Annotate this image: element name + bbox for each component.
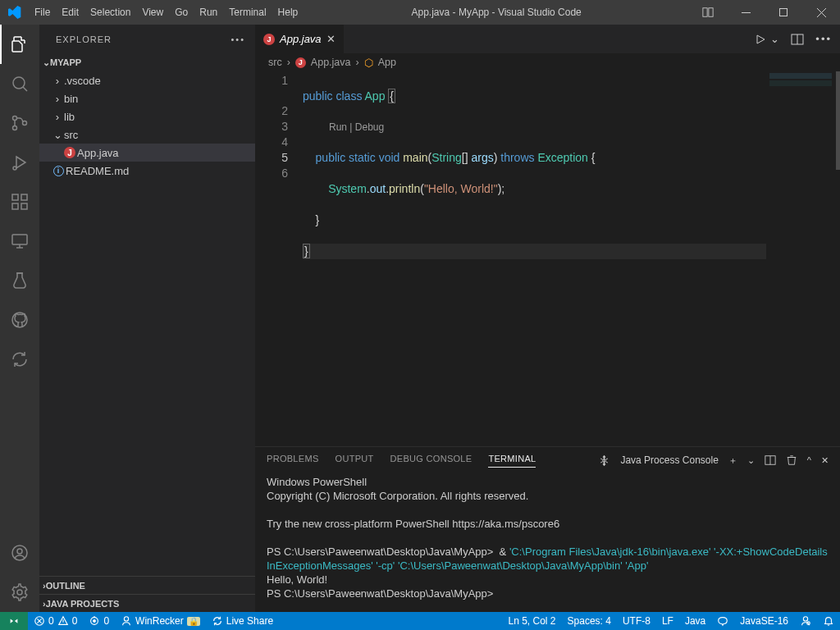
menu-file[interactable]: File	[29, 7, 56, 18]
svg-line-33	[606, 459, 609, 459]
editor-more-icon[interactable]: •••	[815, 33, 832, 45]
java-file-icon: J	[295, 57, 306, 68]
liveshare-view-icon[interactable]	[0, 340, 39, 379]
tree-file-app-java[interactable]: JApp.java	[39, 144, 255, 162]
menu-edit[interactable]: Edit	[56, 7, 84, 18]
svg-point-48	[803, 617, 807, 621]
status-liveshare[interactable]: Live Share	[206, 612, 279, 630]
line-gutter: 1 2 3 4 5 6	[255, 71, 303, 446]
chevron-down-icon: ⌄	[51, 129, 64, 141]
testing-view-icon[interactable]	[0, 261, 39, 300]
search-view-icon[interactable]	[0, 64, 39, 103]
svg-point-12	[13, 167, 16, 170]
window-controls	[689, 0, 840, 25]
status-jdk[interactable]: JavaSE-16	[734, 612, 794, 630]
menu-terminal[interactable]: Terminal	[223, 7, 272, 18]
minimap[interactable]	[766, 71, 840, 446]
menu-selection[interactable]: Selection	[84, 7, 136, 18]
menu-run[interactable]: Run	[194, 7, 223, 18]
tab-debug-console[interactable]: DEBUG CONSOLE	[390, 454, 472, 467]
activity-bar	[0, 25, 39, 612]
code-content[interactable]: public class App { Run | Debug public st…	[303, 71, 840, 446]
remote-indicator[interactable]	[0, 612, 28, 630]
outline-section[interactable]: ›OUTLINE	[39, 576, 255, 594]
editor-actions: ⌄ •••	[754, 25, 840, 53]
status-user[interactable]: WinRecker 🔒	[115, 612, 206, 630]
java-projects-section[interactable]: ›JAVA PROJECTS	[39, 594, 255, 612]
minimap-scroll[interactable]	[836, 71, 840, 170]
menu-help[interactable]: Help	[272, 7, 304, 18]
status-eol[interactable]: LF	[656, 612, 679, 630]
svg-point-47	[124, 617, 128, 621]
github-view-icon[interactable]	[0, 300, 39, 340]
tree-label: .vscode	[64, 75, 101, 87]
section-label: JAVA PROJECTS	[46, 599, 120, 609]
lock-icon: 🔒	[187, 617, 200, 626]
tree-label: App.java	[77, 147, 119, 159]
explorer-view-icon[interactable]	[0, 25, 39, 64]
tab-problems[interactable]: PROBLEMS	[267, 454, 319, 467]
breadcrumb-part[interactable]: App.java	[311, 57, 351, 68]
tree-file-readme[interactable]: iREADME.md	[39, 162, 255, 180]
run-play-icon[interactable]	[754, 33, 767, 46]
status-spaces[interactable]: Spaces: 4	[562, 612, 617, 630]
svg-point-24	[17, 590, 22, 595]
accounts-icon[interactable]	[0, 533, 39, 573]
remote-explorer-view-icon[interactable]	[0, 221, 39, 261]
status-cursor[interactable]: Ln 5, Col 2	[503, 612, 562, 630]
close-panel-icon[interactable]: ✕	[821, 455, 829, 466]
run-debug-view-icon[interactable]	[0, 143, 39, 182]
breadcrumb-part[interactable]: App	[378, 57, 396, 68]
status-feedback-icon[interactable]	[711, 612, 734, 630]
breadcrumb-part[interactable]: src	[268, 57, 282, 68]
terminal-dropdown-icon[interactable]: ⌄	[747, 455, 755, 466]
tree-label: bin	[64, 93, 78, 105]
svg-rect-15	[21, 203, 27, 209]
maximize-panel-icon[interactable]: ^	[807, 455, 811, 465]
svg-rect-2	[742, 12, 751, 13]
sidebar-title: EXPLORER	[56, 34, 112, 44]
tree-folder-lib[interactable]: ›lib	[39, 107, 255, 126]
breadcrumb[interactable]: src› J App.java› ⬡ App	[255, 53, 840, 71]
status-bell-icon[interactable]	[817, 612, 840, 630]
close-button[interactable]	[802, 0, 840, 25]
debug-console-icon[interactable]	[598, 454, 610, 467]
titlebar: File Edit Selection View Go Run Terminal…	[0, 0, 840, 25]
tree-folder-vscode[interactable]: ›.vscode	[39, 71, 255, 89]
kill-terminal-icon[interactable]	[786, 454, 797, 466]
status-language[interactable]: Java	[679, 612, 711, 630]
tab-app-java[interactable]: J App.java ✕	[255, 25, 345, 53]
settings-gear-icon[interactable]	[0, 573, 39, 612]
project-root[interactable]: ⌄ MYAPP	[39, 53, 255, 71]
sidebar-header: EXPLORER •••	[39, 25, 255, 53]
svg-rect-17	[12, 235, 27, 244]
run-dropdown-icon[interactable]: ⌄	[770, 33, 779, 45]
split-terminal-icon[interactable]	[765, 454, 776, 466]
status-problems[interactable]: 0 0	[28, 612, 83, 630]
tree-folder-bin[interactable]: ›bin	[39, 89, 255, 107]
tree-folder-src[interactable]: ⌄src	[39, 126, 255, 144]
tab-close-icon[interactable]: ✕	[326, 33, 336, 45]
svg-rect-0	[703, 8, 707, 17]
maximize-button[interactable]	[765, 0, 802, 25]
status-sync-icon[interactable]	[794, 612, 817, 630]
code-editor[interactable]: 1 2 3 4 5 6 public class App { Run | Deb…	[255, 71, 840, 446]
menu-view[interactable]: View	[136, 7, 169, 18]
tab-output[interactable]: OUTPUT	[336, 454, 374, 467]
bottom-panel: PROBLEMS OUTPUT DEBUG CONSOLE TERMINAL J…	[255, 446, 840, 612]
console-label[interactable]: Java Process Console	[620, 454, 718, 466]
new-terminal-icon[interactable]: ＋	[728, 454, 737, 467]
minimize-button[interactable]	[727, 0, 765, 25]
source-control-view-icon[interactable]	[0, 103, 39, 143]
codelens-run-debug[interactable]: Run | Debug	[303, 120, 840, 135]
terminal-output[interactable]: Windows PowerShellCopyright (C) Microsof…	[255, 473, 840, 612]
split-editor-icon[interactable]	[791, 33, 804, 46]
menu-go[interactable]: Go	[169, 7, 194, 18]
sidebar-more-icon[interactable]: •••	[231, 34, 245, 44]
extensions-view-icon[interactable]	[0, 182, 39, 221]
status-ports[interactable]: 0	[83, 612, 115, 630]
layout-toggle-icon[interactable]	[689, 0, 727, 25]
tree-label: src	[64, 129, 78, 141]
status-encoding[interactable]: UTF-8	[617, 612, 656, 630]
tab-terminal[interactable]: TERMINAL	[488, 454, 536, 468]
